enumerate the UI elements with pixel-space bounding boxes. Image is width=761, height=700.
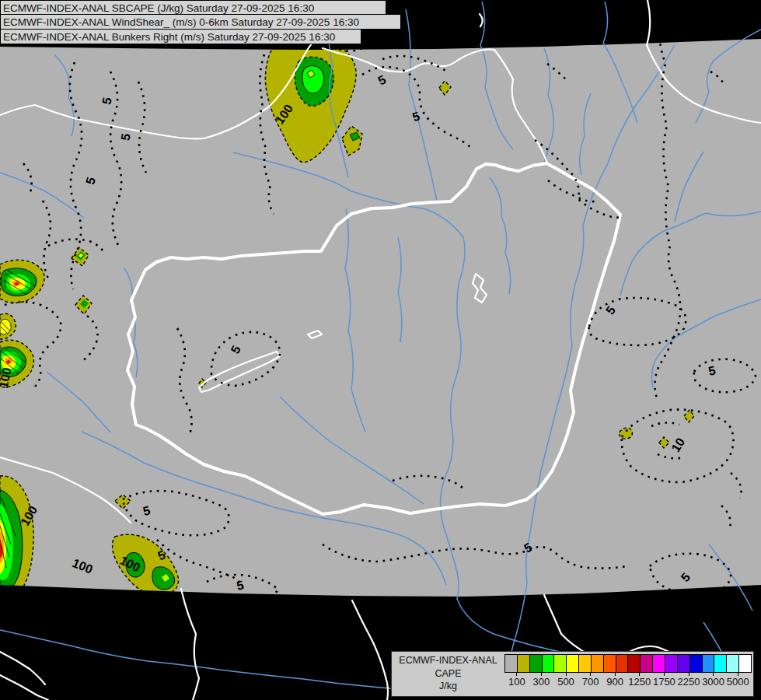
map-title-line-1: ECMWF-INDEX-ANAL SBCAPE (J/kg) Saturday …	[0, 0, 386, 15]
legend-tick-label: 2250	[678, 676, 700, 688]
legend-color-cell	[665, 655, 678, 672]
legend-title-units: J/kg	[392, 680, 504, 693]
legend-tick-label: 1250	[628, 676, 651, 688]
legend-color-cell	[653, 655, 665, 672]
map-title-line-2: ECMWF-INDEX-ANAL WindShear_ (m/s) 0-6km …	[0, 14, 401, 30]
legend-ticks: 10030050070090012501750225030005000	[504, 654, 752, 695]
legend-color-cell	[628, 655, 641, 672]
legend-title-parameter: CAPE	[392, 667, 504, 681]
legend-color-cell	[554, 655, 567, 672]
legend-color-cell	[518, 655, 530, 672]
legend-color-cell	[739, 655, 751, 672]
legend-color-cell	[543, 655, 555, 672]
legend-tick-label: 3000	[702, 676, 724, 688]
legend-tick-label: 900	[606, 676, 623, 688]
legend-tick-label: 5000	[727, 676, 749, 688]
legend-color-cell	[714, 655, 727, 672]
legend-color-cell	[567, 655, 579, 672]
legend-tick-label: 300	[533, 676, 550, 688]
legend-tick-label: 500	[557, 676, 574, 688]
legend-tick-label: 100	[508, 676, 525, 688]
weather-map: 100555555551010010010010055555	[0, 0, 761, 700]
legend-panel: ECMWF-INDEX-ANAL CAPE J/kg 1003005007009…	[391, 651, 754, 697]
legend-color-cell	[727, 655, 739, 672]
legend-color-cell	[641, 655, 653, 672]
legend-color-cell	[678, 655, 690, 672]
legend-title: ECMWF-INDEX-ANAL CAPE J/kg	[392, 654, 504, 693]
legend-color-cell	[530, 655, 543, 672]
legend-color-cell	[703, 655, 715, 672]
legend-color-cell	[604, 655, 616, 672]
legend-title-model: ECMWF-INDEX-ANAL	[392, 654, 504, 667]
legend-tick-label: 700	[582, 676, 599, 688]
map-title-line-3: ECMWF-INDEX-ANAL Bunkers Right (m/s) Sat…	[0, 29, 361, 44]
legend-color-cell	[592, 655, 604, 672]
legend-color-cell	[690, 655, 703, 672]
map-canvas: 100555555551010010010010055555	[0, 0, 761, 700]
legend-color-cell	[616, 655, 629, 672]
legend-colorbar	[504, 654, 752, 673]
legend-color-cell	[505, 655, 518, 672]
legend-color-cell	[579, 655, 592, 672]
legend-tick-label: 1750	[653, 676, 675, 688]
